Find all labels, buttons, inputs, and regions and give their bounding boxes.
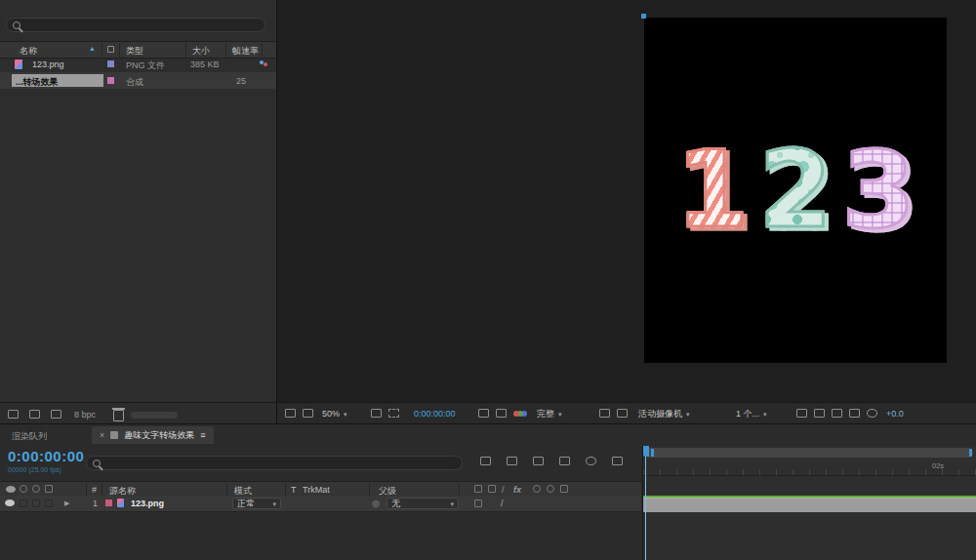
window-icon[interactable]: [303, 409, 313, 418]
reset-exposure-icon[interactable]: [867, 409, 877, 418]
motion-blur-switch-icon[interactable]: [533, 485, 541, 493]
delete-icon[interactable]: [113, 410, 124, 421]
layer-index: 1: [93, 499, 98, 508]
channels-icon[interactable]: [513, 411, 528, 419]
chevron-down-icon: ▾: [558, 411, 562, 418]
playhead-line[interactable]: [645, 446, 646, 560]
new-folder-icon[interactable]: [29, 410, 40, 419]
view-layout-select[interactable]: 1 个... ▾: [736, 407, 767, 420]
footage-name[interactable]: 123.png: [32, 60, 64, 69]
motion-blur-icon[interactable]: [586, 457, 596, 465]
tab-comp-label[interactable]: 趣味文字转场效果: [124, 429, 194, 442]
project-row-comp[interactable]: ...转场效果 合成 25: [0, 72, 276, 89]
playhead-handle[interactable]: [643, 446, 649, 457]
pixel-aspect-icon[interactable]: [796, 409, 807, 418]
solo-column-icon[interactable]: [32, 485, 40, 493]
layer-visibility-toggle[interactable]: [5, 500, 15, 506]
navigator-end-handle[interactable]: [969, 449, 972, 457]
label-column-icon[interactable]: [107, 46, 114, 53]
label-color-chip[interactable]: [107, 60, 114, 67]
comp-name[interactable]: ...转场效果: [16, 76, 59, 89]
3d-layer-switch-icon[interactable]: [560, 485, 568, 493]
draft-3d-icon[interactable]: [507, 457, 517, 465]
fast-previews-icon[interactable]: [814, 409, 825, 418]
parent-pickwhip-icon[interactable]: ◎: [372, 499, 380, 508]
current-timecode[interactable]: 0:00:00:00: [8, 448, 84, 464]
camera-select[interactable]: 活动摄像机 ▾: [638, 407, 690, 420]
new-composition-icon[interactable]: [51, 410, 61, 419]
layer-mode-select[interactable]: 正常 ▾: [232, 498, 281, 509]
fx-switch-icon[interactable]: fx: [513, 485, 521, 495]
column-divider[interactable]: [285, 483, 286, 496]
layer-parent-select[interactable]: 无 ▾: [386, 498, 459, 509]
quality-switch-icon[interactable]: /: [502, 485, 505, 495]
resolution-select[interactable]: 完整 ▾: [537, 407, 562, 420]
column-divider[interactable]: [185, 43, 186, 57]
navigator-start-handle[interactable]: [651, 449, 654, 457]
rename-field[interactable]: ...转场效果: [12, 74, 103, 87]
roi-icon[interactable]: [599, 409, 610, 418]
mask-visibility-icon[interactable]: [388, 409, 399, 418]
zoom-select[interactable]: 50% ▾: [322, 407, 347, 420]
tab-render-queue[interactable]: 渲染队列: [12, 430, 47, 443]
preview-display-icon[interactable]: [285, 409, 296, 418]
layer-duration-bar[interactable]: [643, 498, 976, 512]
column-divider[interactable]: [102, 43, 102, 57]
panel-menu-icon[interactable]: ≡: [200, 430, 205, 440]
layer-parent-value: 无: [391, 498, 400, 510]
time-ruler[interactable]: 02s: [643, 460, 976, 476]
label-color-chip[interactable]: [107, 77, 114, 84]
composition-canvas[interactable]: 1 2 3: [644, 18, 947, 363]
timeline-panel-icon[interactable]: [832, 409, 842, 418]
lock-column-icon[interactable]: [45, 485, 53, 493]
comp-selection-handle[interactable]: [641, 14, 646, 19]
layer-collapse-switch[interactable]: [474, 500, 482, 507]
adjustment-layer-switch-icon[interactable]: [547, 485, 554, 493]
column-index[interactable]: #: [92, 485, 97, 495]
graph-editor-icon[interactable]: [612, 457, 623, 465]
footer-slider[interactable]: [131, 412, 178, 419]
layer-solo-toggle[interactable]: [32, 500, 40, 507]
frame-blending-icon[interactable]: [559, 457, 570, 465]
ruler-grid-icon[interactable]: [371, 409, 382, 418]
show-snapshot-icon[interactable]: [496, 409, 507, 418]
layer-label-chip[interactable]: [105, 500, 112, 506]
layer-quality-switch[interactable]: /: [501, 499, 504, 508]
column-trkmat[interactable]: TrkMat: [303, 485, 330, 495]
time-navigator[interactable]: [645, 448, 973, 458]
snapshot-icon[interactable]: [478, 409, 489, 418]
sort-asc-icon[interactable]: ▲: [89, 45, 96, 52]
collapse-switch-icon[interactable]: [488, 485, 496, 493]
layer-twirl[interactable]: ▶: [64, 500, 69, 507]
tab-close-icon[interactable]: ×: [100, 430, 104, 440]
column-divider[interactable]: [119, 43, 120, 57]
hide-shy-icon[interactable]: [533, 457, 544, 465]
viewer-timecode[interactable]: 0:00:00:00: [414, 409, 456, 419]
layer-name[interactable]: 123.png: [131, 499, 164, 508]
project-search-input[interactable]: [6, 18, 265, 32]
eye-column-icon[interactable]: [6, 486, 16, 493]
transparency-grid-icon[interactable]: [617, 409, 628, 418]
column-divider[interactable]: [102, 483, 102, 496]
layer-lock-toggle[interactable]: [45, 500, 53, 507]
column-divider[interactable]: [226, 483, 227, 496]
column-divider[interactable]: [86, 483, 87, 496]
exposure-value[interactable]: +0.0: [886, 409, 904, 419]
bit-depth-button[interactable]: 8 bpc: [74, 410, 96, 420]
timeline-search-input[interactable]: [86, 456, 463, 470]
column-divider[interactable]: [225, 43, 226, 57]
tab-comp-active[interactable]: × 趣味文字转场效果 ≡: [92, 426, 214, 444]
column-t[interactable]: T: [291, 485, 297, 495]
column-divider[interactable]: [459, 483, 460, 496]
layer-row[interactable]: ▶ 1 123.png 正常 ▾ ◎ 无 ▾ /: [0, 496, 641, 512]
shy-switch-icon[interactable]: [474, 485, 482, 493]
project-row-footage[interactable]: 123.png PNG 文件 385 KB: [0, 57, 276, 72]
layer-audio-toggle[interactable]: [20, 500, 27, 507]
timeline-track-area[interactable]: 02s: [642, 446, 976, 560]
audio-column-icon[interactable]: [20, 485, 27, 493]
comp-flowchart-icon[interactable]: [849, 409, 860, 418]
interpret-footage-icon[interactable]: [8, 410, 19, 419]
comp-mini-flowchart-icon[interactable]: [480, 457, 491, 465]
column-divider[interactable]: [369, 483, 370, 496]
column-divider[interactable]: [262, 43, 263, 57]
